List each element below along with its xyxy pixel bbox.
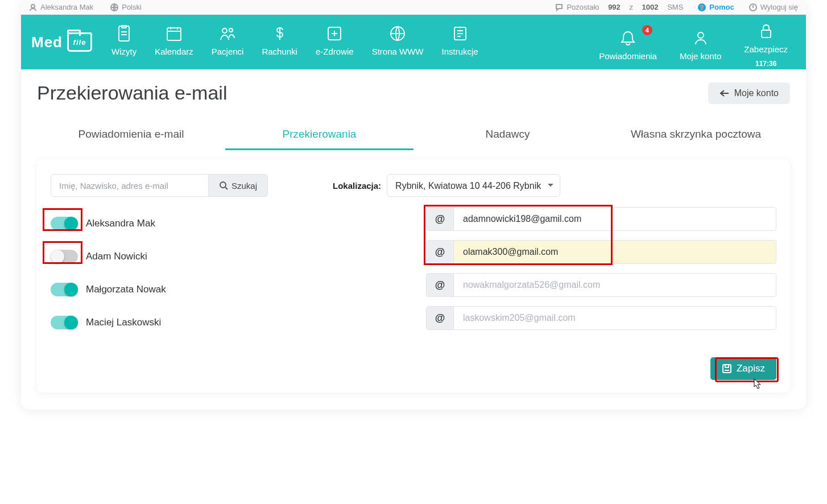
person-toggle[interactable] (51, 250, 78, 263)
nav-powiadomienia[interactable]: 4 Powiadomienia (588, 15, 668, 72)
person-toggle[interactable] (51, 217, 78, 230)
tab-przekierowania[interactable]: Przekierowania (225, 120, 414, 150)
svg-point-8 (222, 28, 227, 33)
person-toggle[interactable] (51, 283, 78, 296)
nav-wizyty[interactable]: Wizyty (102, 15, 146, 63)
email-row: @ nowakmalgorzata526@gmail.com (426, 273, 776, 297)
at-icon: @ (427, 241, 454, 263)
person-row: Małgorzata Nowak (51, 273, 426, 306)
logout-link[interactable]: Wyloguj się (749, 3, 798, 11)
person-toggle[interactable] (51, 316, 78, 329)
tab-nadawcy[interactable]: Nadawcy (414, 120, 602, 150)
email-value[interactable]: nowakmalgorzata526@gmail.com (454, 274, 776, 296)
back-button[interactable]: Moje konto (708, 82, 790, 104)
calendar-icon (166, 25, 183, 42)
svg-text:?: ? (700, 5, 704, 11)
lock-timer: 117:36 (755, 60, 776, 68)
at-icon: @ (427, 307, 454, 329)
tab-wlasna-skrzynka[interactable]: Własna skrzynka pocztowa (602, 120, 790, 150)
page-title: Przekierowania e-mail (37, 82, 227, 104)
save-icon (722, 363, 732, 374)
person-row: Aleksandra Mak (51, 207, 426, 240)
arrow-left-icon (720, 89, 730, 97)
location-label: Lokalizacja: (333, 181, 381, 191)
notification-badge: 4 (642, 25, 652, 35)
person-name: Aleksandra Mak (86, 218, 155, 229)
power-icon (749, 3, 757, 11)
globe-icon (110, 3, 118, 11)
nav-rachunki[interactable]: Rachunki (253, 15, 307, 63)
email-row: @ adamnowicki198@gamil.com (426, 207, 776, 231)
chat-icon (555, 3, 563, 11)
search-icon (219, 181, 228, 190)
svg-rect-5 (119, 26, 129, 41)
email-value[interactable]: laskowskim205@gmail.com (454, 307, 776, 329)
tabs: Powiadomienia e-mail Przekierowania Nada… (37, 120, 790, 150)
sms-counter: Pozostało 992 z 1002 SMS (555, 3, 683, 11)
help-icon: ? (698, 3, 706, 11)
logo[interactable]: Medfile (28, 15, 102, 69)
topbar: Aleksandra Mak Polski Pozostało 992 z 10… (21, 0, 806, 15)
nav-instrukcje[interactable]: Instrukcje (433, 15, 487, 63)
clipboard-icon (115, 25, 133, 42)
cursor-icon (752, 378, 763, 390)
nav-pacjenci[interactable]: Pacjenci (202, 15, 253, 63)
svg-point-9 (229, 28, 233, 32)
nav-ezdrowie[interactable]: e-Zdrowie (307, 15, 363, 63)
nav-moje-konto[interactable]: Moje konto (668, 15, 733, 72)
search-input[interactable] (51, 174, 209, 197)
at-icon: @ (427, 274, 454, 296)
lock-icon (758, 23, 775, 40)
tab-powiadomienia-email[interactable]: Powiadomienia e-mail (37, 120, 225, 150)
email-value[interactable]: olamak300@gmail.com (454, 241, 776, 263)
nav-kalendarz[interactable]: Kalendarz (146, 15, 202, 63)
book-icon (452, 25, 469, 42)
nav-zabezpiecz[interactable]: Zabezpiecz117:36 (733, 15, 799, 72)
svg-point-13 (698, 32, 704, 38)
svg-rect-7 (167, 28, 181, 40)
person-row: Maciej Laskowski (51, 306, 426, 339)
topbar-language[interactable]: Polski (110, 3, 142, 11)
dollar-icon (271, 25, 288, 42)
nav-www[interactable]: Strona WWW (363, 15, 433, 63)
main-nav: Medfile Wizyty Kalendarz Pacjenci Rachun… (21, 15, 806, 69)
svg-rect-16 (723, 365, 731, 373)
search-button[interactable]: Szukaj (209, 174, 268, 197)
user-icon (29, 3, 37, 11)
help-link[interactable]: ? Pomoc (698, 3, 734, 11)
email-row: @ laskowskim205@gmail.com (426, 306, 776, 330)
svg-rect-14 (762, 30, 771, 38)
bell-icon (619, 30, 636, 47)
globe-icon (389, 25, 406, 42)
content-card: Szukaj Lokalizacja: Rybnik, Kwiatowa 10 … (37, 159, 790, 393)
health-icon (326, 25, 343, 42)
at-icon: @ (427, 208, 454, 230)
topbar-user[interactable]: Aleksandra Mak (29, 3, 93, 11)
people-icon (219, 25, 236, 42)
user-icon (692, 30, 709, 47)
person-row: Adam Nowicki (51, 240, 426, 273)
svg-point-0 (31, 5, 35, 8)
svg-point-15 (220, 182, 226, 188)
person-name: Maciej Laskowski (86, 317, 161, 328)
email-value[interactable]: adamnowicki198@gamil.com (454, 208, 776, 230)
location-select[interactable]: Rybnik, Kwiatowa 10 44-206 Rybnik (387, 174, 560, 197)
person-name: Adam Nowicki (86, 251, 147, 262)
person-name: Małgorzata Nowak (86, 284, 166, 295)
email-row: @ olamak300@gmail.com (426, 240, 776, 264)
save-button[interactable]: Zapisz (710, 357, 776, 380)
